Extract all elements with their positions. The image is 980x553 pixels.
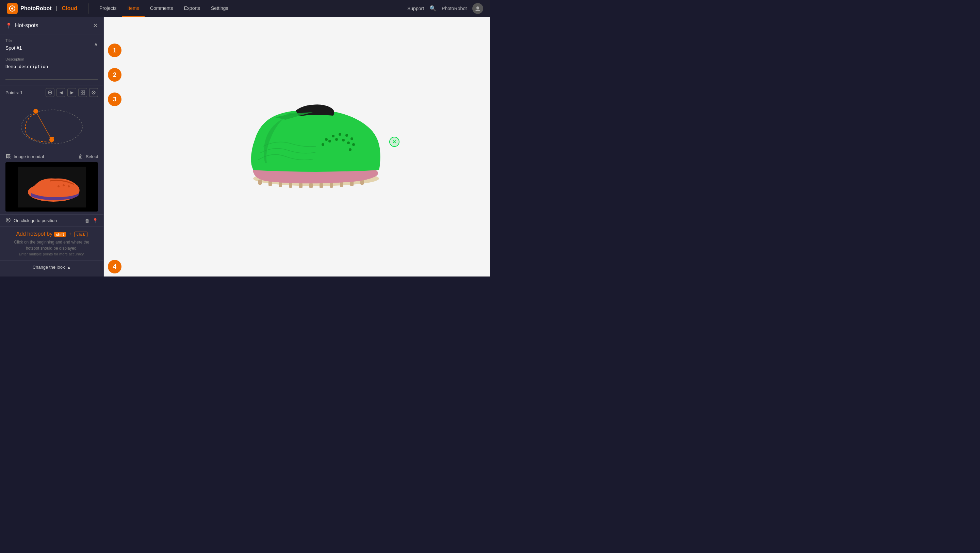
thumbnail-shoe <box>18 167 86 207</box>
nav-items: Projects Items Comments Exports Settings <box>94 0 234 17</box>
hint-desc2: Enter multiple points for more accuracy. <box>5 252 98 256</box>
svg-point-40 <box>332 135 334 137</box>
svg-rect-34 <box>320 183 323 188</box>
svg-point-41 <box>339 133 341 136</box>
onclick-label: On click go to position <box>14 218 82 223</box>
svg-rect-7 <box>81 91 82 92</box>
select-image-button[interactable]: Select <box>86 154 98 159</box>
image-label-row: 🖼 Image in modal <box>5 153 44 159</box>
svg-rect-29 <box>269 181 272 186</box>
hotspot-badge-2[interactable]: 2 <box>108 68 121 82</box>
collapse-button[interactable]: ∧ <box>94 41 98 48</box>
pin-onclick-button[interactable]: 📍 <box>92 218 98 224</box>
svg-point-49 <box>342 139 345 141</box>
svg-rect-35 <box>330 183 333 188</box>
points-label: Points: 1 <box>5 90 43 95</box>
svg-point-23 <box>68 185 70 188</box>
svg-point-42 <box>345 134 348 137</box>
svg-point-44 <box>352 143 355 146</box>
image-section-header: 🖼 Image in modal 🗑 Select <box>5 153 98 159</box>
svg-point-2 <box>476 6 479 9</box>
svg-point-4 <box>49 92 51 93</box>
close-points-button[interactable] <box>89 88 98 97</box>
search-icon[interactable]: 🔍 <box>430 5 436 11</box>
svg-point-22 <box>63 184 65 186</box>
desc-label: Description <box>5 57 98 61</box>
target-icon-button[interactable] <box>46 88 54 97</box>
image-icon: 🖼 <box>5 153 11 159</box>
image-actions: 🗑 Select <box>78 154 98 159</box>
shoe-svg <box>231 99 401 194</box>
svg-rect-31 <box>289 183 292 188</box>
title-label: Title <box>5 38 94 43</box>
plus-sign: + <box>68 231 72 237</box>
nav-comments[interactable]: Comments <box>145 0 179 17</box>
shift-key: shift <box>54 232 66 237</box>
svg-point-45 <box>349 148 352 151</box>
nav-settings[interactable]: Settings <box>205 0 234 17</box>
svg-point-39 <box>325 138 328 141</box>
prev-button[interactable]: ◀ <box>56 88 65 97</box>
top-nav: PhotoRobot | Cloud Projects Items Commen… <box>0 0 490 17</box>
hotspot-x: ✕ <box>392 139 396 145</box>
svg-point-43 <box>350 137 353 140</box>
hint-desc1: Click on the beginning and end where the… <box>5 239 98 251</box>
delete-image-button[interactable]: 🗑 <box>78 154 83 159</box>
hotspot-badge-1[interactable]: 1 <box>108 43 121 57</box>
active-hotspot[interactable]: ✕ <box>389 137 399 147</box>
hotspot-hint: Add hotspot by shift + click Click on th… <box>0 227 103 260</box>
hotspot-badge-3[interactable]: 3 <box>108 92 121 106</box>
orbit-area <box>0 100 103 151</box>
sidebar: 📍 Hot-spots ✕ Title ∧ Description Demo d… <box>0 17 104 276</box>
grid-button[interactable] <box>78 88 87 97</box>
change-look-text: Change the look <box>33 265 65 270</box>
svg-point-16 <box>33 109 38 114</box>
logo-icon <box>7 3 18 14</box>
description-section: Description Demo description <box>0 57 103 85</box>
delete-onclick-button[interactable]: 🗑 <box>85 218 89 224</box>
points-row: Points: 1 ◀ ▶ <box>0 85 103 100</box>
nav-right: Support 🔍 PhotoRobot <box>407 3 483 14</box>
change-look-arrow: ▲ <box>67 265 71 270</box>
logo-cloud: Cloud <box>62 5 77 11</box>
svg-rect-8 <box>83 91 85 92</box>
title-section: Title ∧ <box>0 34 103 57</box>
next-button[interactable]: ▶ <box>67 88 76 97</box>
shoe-image-wrapper: ✕ <box>231 99 401 195</box>
logo-area[interactable]: PhotoRobot | Cloud <box>7 3 77 14</box>
nav-username: PhotoRobot <box>442 6 467 11</box>
title-input[interactable] <box>5 44 94 53</box>
shoe-container: ✕ <box>231 99 401 195</box>
nav-exports[interactable]: Exports <box>179 0 205 17</box>
svg-line-15 <box>36 111 52 140</box>
nav-projects[interactable]: Projects <box>94 0 122 17</box>
logo-text: PhotoRobot <box>21 5 52 11</box>
close-button[interactable]: ✕ <box>93 22 98 29</box>
onclick-row: On click go to position 🗑 📍 <box>0 214 103 227</box>
svg-rect-32 <box>299 183 302 188</box>
canvas-area[interactable]: 1 2 3 4 <box>104 17 490 276</box>
svg-point-46 <box>321 143 324 146</box>
avatar[interactable] <box>472 3 483 14</box>
svg-point-21 <box>57 185 60 188</box>
change-look-button[interactable]: Change the look ▲ <box>0 260 103 274</box>
desc-input[interactable]: Demo description <box>5 63 98 79</box>
onclick-actions: 🗑 📍 <box>85 218 98 224</box>
hotspot-badge-4[interactable]: 4 <box>108 260 121 273</box>
svg-point-26 <box>7 219 8 220</box>
pin-icon: 📍 <box>5 22 12 29</box>
add-hotspot-label: Add hotspot by <box>16 231 52 237</box>
image-section: 🖼 Image in modal 🗑 Select <box>0 151 103 214</box>
svg-rect-9 <box>81 93 82 95</box>
nav-support[interactable]: Support <box>407 6 424 11</box>
svg-point-47 <box>328 140 331 143</box>
nav-items-link[interactable]: Items <box>122 0 145 17</box>
svg-rect-28 <box>258 180 262 185</box>
image-label: Image in modal <box>14 154 44 159</box>
sidebar-title: Hot-spots <box>15 22 38 29</box>
nav-divider <box>88 3 89 14</box>
sidebar-header: 📍 Hot-spots ✕ <box>0 17 103 34</box>
click-key: click <box>74 232 87 237</box>
onclick-icon <box>5 217 11 224</box>
svg-point-48 <box>335 138 338 141</box>
